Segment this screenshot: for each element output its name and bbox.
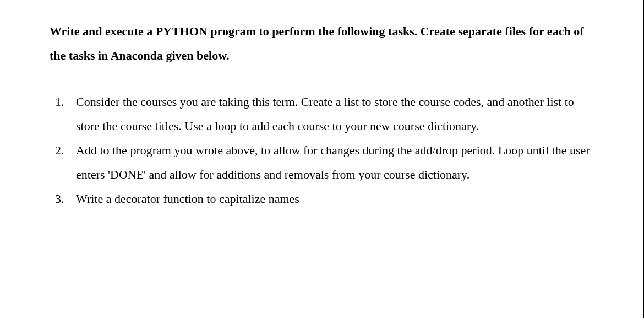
instruction-paragraph: Write and execute a PYTHON program to pe… bbox=[50, 19, 593, 68]
task-text: Write a decorator function to capitalize… bbox=[76, 187, 593, 211]
task-item: Add to the program you wrote above, to a… bbox=[50, 138, 593, 187]
task-text: Add to the program you wrote above, to a… bbox=[76, 138, 593, 187]
task-text: Consider the courses you are taking this… bbox=[76, 90, 593, 138]
document-page: Write and execute a PYTHON program to pe… bbox=[0, 0, 644, 318]
task-list: Consider the courses you are taking this… bbox=[50, 90, 593, 211]
task-item: Write a decorator function to capitalize… bbox=[50, 187, 593, 211]
task-item: Consider the courses you are taking this… bbox=[50, 90, 593, 138]
